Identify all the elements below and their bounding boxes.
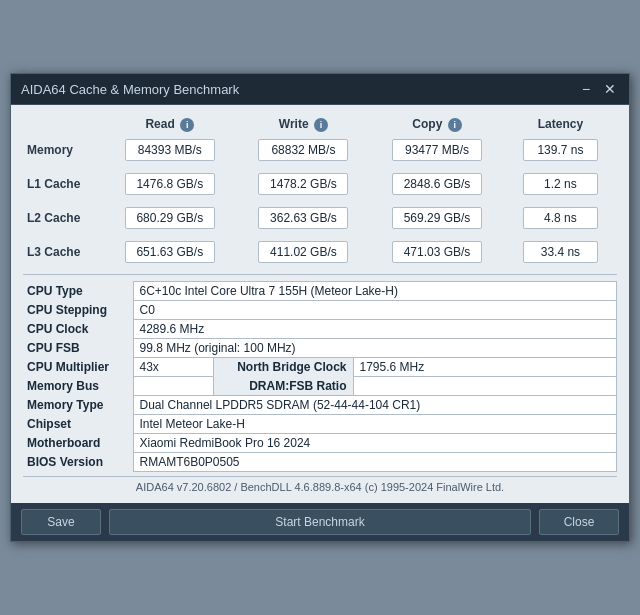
bench-read-cell: 680.29 GB/s xyxy=(103,204,237,232)
col-header-write: Write i xyxy=(237,113,371,136)
cpu-stepping-label: CPU Stepping xyxy=(23,300,133,319)
bios-label: BIOS Version xyxy=(23,452,133,471)
col-header-label xyxy=(23,113,103,136)
bench-row-label: Memory xyxy=(23,136,103,164)
footer-text: AIDA64 v7.20.6802 / BenchDLL 4.6.889.8-x… xyxy=(23,476,617,495)
bench-write-value: 1478.2 GB/s xyxy=(258,173,348,195)
info-row-cpu-clock: CPU Clock 4289.6 MHz xyxy=(23,319,617,338)
bench-copy-value: 93477 MB/s xyxy=(392,139,482,161)
bench-write-value: 362.63 GB/s xyxy=(258,207,348,229)
info-row-cpu-fsb: CPU FSB 99.8 MHz (original: 100 MHz) xyxy=(23,338,617,357)
bench-copy-cell: 569.29 GB/s xyxy=(370,204,504,232)
col-header-latency: Latency xyxy=(504,113,617,136)
bench-read-cell: 651.63 GB/s xyxy=(103,238,237,266)
bench-write-value: 68832 MB/s xyxy=(258,139,348,161)
info-row-chipset: Chipset Intel Meteor Lake-H xyxy=(23,414,617,433)
bench-read-value: 651.63 GB/s xyxy=(125,241,215,263)
cpu-stepping-value: C0 xyxy=(133,300,617,319)
bench-row: Memory 84393 MB/s 68832 MB/s 93477 MB/s … xyxy=(23,136,617,164)
bench-latency-value: 4.8 ns xyxy=(523,207,598,229)
bench-read-value: 84393 MB/s xyxy=(125,139,215,161)
bench-latency-cell: 4.8 ns xyxy=(504,204,617,232)
cpu-clock-value: 4289.6 MHz xyxy=(133,319,617,338)
copy-info-icon[interactable]: i xyxy=(448,118,462,132)
bench-write-cell: 1478.2 GB/s xyxy=(237,170,371,198)
cpu-multiplier-label: CPU Multiplier xyxy=(23,357,133,376)
bench-copy-cell: 2848.6 GB/s xyxy=(370,170,504,198)
separator-1 xyxy=(23,274,617,275)
bench-read-value: 680.29 GB/s xyxy=(125,207,215,229)
content-area: Read i Write i Copy i Latency Memory xyxy=(11,105,629,503)
nb-clock-value: 1795.6 MHz xyxy=(353,357,617,376)
bench-write-cell: 362.63 GB/s xyxy=(237,204,371,232)
title-controls: − ✕ xyxy=(577,80,619,98)
bench-latency-cell: 139.7 ns xyxy=(504,136,617,164)
nb-clock-label: North Bridge Clock xyxy=(213,357,353,376)
write-info-icon[interactable]: i xyxy=(314,118,328,132)
cpu-type-value: 6C+10c Intel Core Ultra 7 155H (Meteor L… xyxy=(133,281,617,300)
info-row-memory-type: Memory Type Dual Channel LPDDR5 SDRAM (5… xyxy=(23,395,617,414)
close-button[interactable]: ✕ xyxy=(601,80,619,98)
cpu-clock-label: CPU Clock xyxy=(23,319,133,338)
bench-latency-value: 33.4 ns xyxy=(523,241,598,263)
bench-copy-value: 2848.6 GB/s xyxy=(392,173,482,195)
info-table: CPU Type 6C+10c Intel Core Ultra 7 155H … xyxy=(23,281,617,472)
benchmark-table: Read i Write i Copy i Latency Memory xyxy=(23,113,617,266)
bench-row-label: L3 Cache xyxy=(23,238,103,266)
bench-row-label: L1 Cache xyxy=(23,170,103,198)
info-row-motherboard: Motherboard Xiaomi RedmiBook Pro 16 2024 xyxy=(23,433,617,452)
start-benchmark-button[interactable]: Start Benchmark xyxy=(109,509,531,535)
info-row-cpu-stepping: CPU Stepping C0 xyxy=(23,300,617,319)
motherboard-value: Xiaomi RedmiBook Pro 16 2024 xyxy=(133,433,617,452)
window-title: AIDA64 Cache & Memory Benchmark xyxy=(21,82,239,97)
memory-bus-value xyxy=(133,376,213,395)
chipset-label: Chipset xyxy=(23,414,133,433)
bench-row: L2 Cache 680.29 GB/s 362.63 GB/s 569.29 … xyxy=(23,204,617,232)
cpu-fsb-value: 99.8 MHz (original: 100 MHz) xyxy=(133,338,617,357)
bench-read-cell: 84393 MB/s xyxy=(103,136,237,164)
minimize-button[interactable]: − xyxy=(577,80,595,98)
motherboard-label: Motherboard xyxy=(23,433,133,452)
bench-copy-value: 569.29 GB/s xyxy=(392,207,482,229)
bios-value: RMAMT6B0P0505 xyxy=(133,452,617,471)
cpu-multiplier-value: 43x xyxy=(133,357,213,376)
bench-copy-cell: 93477 MB/s xyxy=(370,136,504,164)
info-row-cpu-multiplier: CPU Multiplier 43x North Bridge Clock 17… xyxy=(23,357,617,376)
bench-copy-cell: 471.03 GB/s xyxy=(370,238,504,266)
dram-fsb-label: DRAM:FSB Ratio xyxy=(213,376,353,395)
info-row-cpu-type: CPU Type 6C+10c Intel Core Ultra 7 155H … xyxy=(23,281,617,300)
memory-bus-label: Memory Bus xyxy=(23,376,133,395)
bench-latency-cell: 33.4 ns xyxy=(504,238,617,266)
memory-type-value: Dual Channel LPDDR5 SDRAM (52-44-44-104 … xyxy=(133,395,617,414)
bench-latency-cell: 1.2 ns xyxy=(504,170,617,198)
col-header-copy: Copy i xyxy=(370,113,504,136)
bench-write-cell: 68832 MB/s xyxy=(237,136,371,164)
main-window: AIDA64 Cache & Memory Benchmark − ✕ Read… xyxy=(10,73,630,542)
bench-read-cell: 1476.8 GB/s xyxy=(103,170,237,198)
bench-copy-value: 471.03 GB/s xyxy=(392,241,482,263)
button-bar: Save Start Benchmark Close xyxy=(11,503,629,541)
bench-read-value: 1476.8 GB/s xyxy=(125,173,215,195)
bench-latency-value: 1.2 ns xyxy=(523,173,598,195)
read-info-icon[interactable]: i xyxy=(180,118,194,132)
bench-write-value: 411.02 GB/s xyxy=(258,241,348,263)
bench-row-label: L2 Cache xyxy=(23,204,103,232)
info-row-bios: BIOS Version RMAMT6B0P0505 xyxy=(23,452,617,471)
bench-latency-value: 139.7 ns xyxy=(523,139,598,161)
title-bar: AIDA64 Cache & Memory Benchmark − ✕ xyxy=(11,74,629,105)
save-button[interactable]: Save xyxy=(21,509,101,535)
bench-write-cell: 411.02 GB/s xyxy=(237,238,371,266)
close-button-bar[interactable]: Close xyxy=(539,509,619,535)
dram-fsb-value xyxy=(353,376,617,395)
memory-type-label: Memory Type xyxy=(23,395,133,414)
cpu-fsb-label: CPU FSB xyxy=(23,338,133,357)
chipset-value: Intel Meteor Lake-H xyxy=(133,414,617,433)
bench-row: L1 Cache 1476.8 GB/s 1478.2 GB/s 2848.6 … xyxy=(23,170,617,198)
cpu-type-label: CPU Type xyxy=(23,281,133,300)
bench-row: L3 Cache 651.63 GB/s 411.02 GB/s 471.03 … xyxy=(23,238,617,266)
col-header-read: Read i xyxy=(103,113,237,136)
info-row-memory-bus: Memory Bus DRAM:FSB Ratio xyxy=(23,376,617,395)
